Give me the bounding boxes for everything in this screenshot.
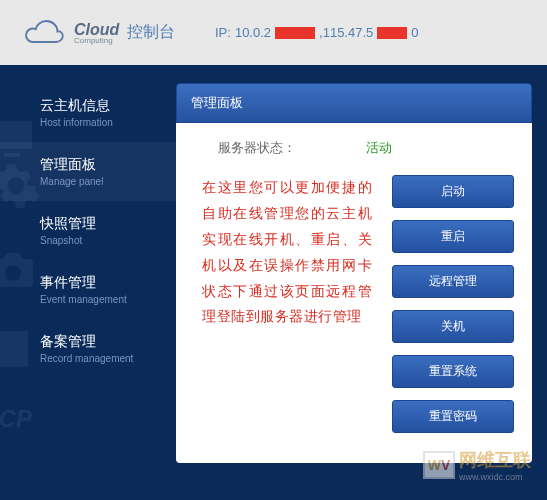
sidebar-item-sublabel: Host information — [40, 117, 176, 128]
sidebar-item-label: 云主机信息 — [40, 97, 176, 115]
sidebar-item-sublabel: Snapshot — [40, 235, 176, 246]
cloud-icon — [20, 17, 68, 49]
panel-description: 在这里您可以更加便捷的自助在线管理您的云主机实现在线开机、重启、关机以及在误操作… — [194, 175, 372, 433]
logo-main-text: Cloud — [74, 21, 119, 38]
sidebar-item-event[interactable]: 事件管理 Event management — [0, 260, 176, 319]
ip-part1: 10.0.2 — [235, 25, 271, 40]
main: ICP 云主机信息 Host information 管理面板 Manage p… — [0, 65, 547, 500]
sidebar-item-label: 管理面板 — [40, 156, 176, 174]
sidebar-item-label: 快照管理 — [40, 215, 176, 233]
watermark-brand: 网维互联 — [459, 448, 531, 472]
header: Cloud Computing 控制台 IP: 10.0.2,115.47.50 — [0, 0, 547, 65]
start-button[interactable]: 启动 — [392, 175, 514, 208]
sidebar-item-label: 事件管理 — [40, 274, 176, 292]
panel-body: 服务器状态： 活动 在这里您可以更加便捷的自助在线管理您的云主机实现在线开机、重… — [176, 123, 532, 463]
sidebar-item-sublabel: Event management — [40, 294, 176, 305]
status-value: 活动 — [366, 139, 392, 157]
reset-system-button[interactable]: 重置系统 — [392, 355, 514, 388]
watermark-logo: WV — [423, 451, 455, 479]
ip-part3: 0 — [411, 25, 418, 40]
restart-button[interactable]: 重启 — [392, 220, 514, 253]
watermark-url: www.wxidc.com — [459, 472, 531, 482]
icp-bg-text: ICP — [0, 405, 32, 433]
logo: Cloud Computing 控制台 — [20, 17, 175, 49]
sidebar-item-record[interactable]: 备案管理 Record management — [0, 319, 176, 378]
redact-block — [377, 27, 407, 39]
panel-title: 管理面板 — [176, 83, 532, 123]
sidebar-item-label: 备案管理 — [40, 333, 176, 351]
logo-console-text: 控制台 — [127, 22, 175, 43]
sidebar-item-manage-panel[interactable]: 管理面板 Manage panel — [0, 142, 176, 201]
sidebar-item-host-info[interactable]: 云主机信息 Host information — [0, 83, 176, 142]
ip-part2: ,115.47.5 — [319, 25, 373, 40]
content: 管理面板 服务器状态： 活动 在这里您可以更加便捷的自助在线管理您的云主机实现在… — [176, 65, 547, 500]
action-buttons: 启动 重启 远程管理 关机 重置系统 重置密码 — [392, 175, 514, 433]
ip-label: IP: — [215, 25, 231, 40]
sidebar-item-sublabel: Record management — [40, 353, 176, 364]
ip-display: IP: 10.0.2,115.47.50 — [215, 25, 419, 40]
logo-sub-text: Computing — [74, 36, 119, 45]
sidebar-item-sublabel: Manage panel — [40, 176, 176, 187]
shutdown-button[interactable]: 关机 — [392, 310, 514, 343]
status-row: 服务器状态： 活动 — [194, 139, 514, 157]
redact-block — [275, 27, 315, 39]
status-label: 服务器状态： — [218, 139, 296, 157]
watermark: WV 网维互联 www.wxidc.com — [423, 448, 531, 482]
sidebar-item-snapshot[interactable]: 快照管理 Snapshot — [0, 201, 176, 260]
reset-password-button[interactable]: 重置密码 — [392, 400, 514, 433]
remote-manage-button[interactable]: 远程管理 — [392, 265, 514, 298]
sidebar: ICP 云主机信息 Host information 管理面板 Manage p… — [0, 65, 176, 500]
